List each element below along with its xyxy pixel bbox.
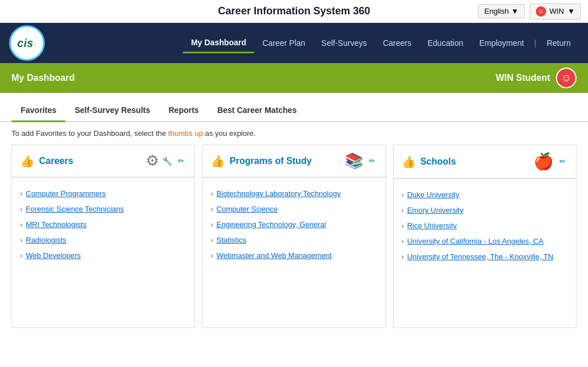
card-body-programs: › Biotechnology Laboratory Technology › …	[203, 178, 385, 271]
dashboard-header: My Dashboard WIN Student ☺	[0, 63, 588, 93]
career-link-radiologists[interactable]: Radiologists	[26, 236, 67, 244]
chevron-icon: ›	[20, 190, 22, 198]
chevron-icon: ›	[20, 252, 22, 260]
career-link-forensic-science-technicians[interactable]: Forensic Science Technicians	[26, 205, 124, 213]
nav-link-self-surveys[interactable]: Self-Surveys	[313, 34, 375, 52]
win-button[interactable]: ☺ WIN ▼	[529, 3, 581, 19]
card-programs: 👍 Programs of Study 📚 ✏ › Biotechnology …	[202, 145, 385, 328]
top-bar: Career Information System 360 English ▼ …	[0, 0, 588, 23]
chevron-icon: ›	[211, 236, 213, 244]
card-header-schools: 👍 Schools 🍎 ✏	[394, 145, 576, 179]
subtitle-text-before: To add Favorites to your Dashboard, sele…	[11, 129, 168, 138]
list-item: › Engineering Technology, General	[211, 217, 377, 232]
chevron-icon: ›	[20, 205, 22, 213]
books-icon-programs: 📚	[345, 152, 363, 170]
career-link-web-developers[interactable]: Web Developers	[26, 251, 81, 260]
edit-programs-button[interactable]: ✏	[367, 155, 377, 166]
list-item: › Biotechnology Laboratory Technology	[211, 186, 377, 201]
school-link-rice[interactable]: Rice University	[407, 221, 457, 230]
chevron-icon: ›	[402, 253, 404, 261]
chevron-icon: ›	[211, 252, 213, 260]
win-arrow-icon: ▼	[567, 7, 575, 15]
card-header-programs: 👍 Programs of Study 📚 ✏	[203, 145, 385, 178]
list-item: › University of Tennessee, The - Knoxvil…	[402, 249, 568, 264]
thumbs-up-careers-icon[interactable]: 👍	[20, 154, 34, 168]
program-link-statistics[interactable]: Statistics	[216, 236, 246, 244]
nav-link-employment[interactable]: Employment	[472, 34, 532, 52]
card-header-careers: 👍 Careers ⚙ 🔧 ✏	[12, 145, 194, 178]
list-item: › MRI Technologists	[20, 217, 186, 232]
card-header-left-schools: 👍 Schools	[402, 155, 456, 169]
chevron-icon: ›	[211, 205, 213, 213]
card-body-schools: › Duke University › Emory University › R…	[394, 179, 576, 272]
cards-area: 👍 Careers ⚙ 🔧 ✏ › Computer Programmers ›…	[0, 145, 588, 339]
nav-links: My Dashboard Career Plan Self-Surveys Ca…	[183, 33, 579, 53]
lang-arrow-icon: ▼	[511, 7, 519, 15]
nav-link-education[interactable]: Education	[419, 34, 471, 52]
list-item: › Forensic Science Technicians	[20, 201, 186, 217]
career-link-computer-programmers[interactable]: Computer Programmers	[26, 189, 106, 198]
chevron-icon: ›	[211, 221, 213, 229]
app-title: Career Information System 360	[110, 5, 478, 17]
thumbs-up-schools-icon[interactable]: 👍	[402, 155, 416, 169]
program-link-webmaster[interactable]: Webmaster and Web Management	[216, 251, 332, 260]
nav-link-dashboard[interactable]: My Dashboard	[183, 33, 254, 53]
cis-logo[interactable]: cis↑	[9, 25, 45, 61]
nav-separator: |	[532, 38, 539, 48]
school-link-ucla[interactable]: University of California - Los Angeles, …	[407, 237, 544, 245]
chevron-icon: ›	[402, 191, 404, 199]
win-label: WIN	[550, 7, 564, 15]
chevron-icon: ›	[20, 221, 22, 229]
card-schools: 👍 Schools 🍎 ✏ › Duke University › Emory …	[393, 145, 577, 328]
chevron-icon: ›	[211, 190, 213, 198]
tab-self-survey-results[interactable]: Self-Survey Results	[65, 101, 159, 122]
top-bar-right: English ▼ ☺ WIN ▼	[478, 3, 581, 19]
nav-link-careers[interactable]: Careers	[375, 34, 419, 52]
edit-schools-button[interactable]: ✏	[557, 156, 568, 167]
subtitle-highlight-thumbs: thumbs up	[168, 129, 203, 138]
chevron-icon: ›	[402, 206, 404, 214]
program-link-engineering-technology[interactable]: Engineering Technology, General	[216, 220, 326, 229]
card-header-left-programs: 👍 Programs of Study	[211, 154, 311, 168]
cis-arrow-icon: ↑	[33, 41, 37, 49]
school-link-tennessee[interactable]: University of Tennessee, The - Knoxville…	[407, 252, 554, 261]
card-careers: 👍 Careers ⚙ 🔧 ✏ › Computer Programmers ›…	[11, 145, 195, 328]
card-body-careers: › Computer Programmers › Forensic Scienc…	[12, 178, 194, 271]
tabs-bar: Favorites Self-Survey Results Reports Be…	[0, 93, 588, 122]
list-item: › Duke University	[402, 187, 568, 202]
language-button[interactable]: English ▼	[478, 4, 525, 18]
career-link-mri-technologists[interactable]: MRI Technologists	[26, 220, 87, 229]
list-item: › Radiologists	[20, 232, 186, 248]
cis-logo-text: cis↑	[17, 36, 37, 50]
program-link-computer-science[interactable]: Computer Science	[216, 205, 278, 213]
school-link-emory[interactable]: Emory University	[407, 206, 464, 214]
win-student-avatar-icon: ☺	[556, 68, 577, 88]
language-label: English	[484, 7, 509, 15]
dashboard-title: My Dashboard	[11, 73, 75, 83]
edit-careers-button[interactable]: ✏	[176, 155, 186, 166]
nav-link-return[interactable]: Return	[539, 34, 579, 52]
win-avatar-icon: ☺	[536, 6, 546, 17]
school-link-duke[interactable]: Duke University	[407, 190, 460, 199]
card-title-programs: Programs of Study	[229, 156, 311, 166]
nav-link-career-plan[interactable]: Career Plan	[254, 34, 313, 52]
gear-icon-careers: ⚙	[146, 152, 159, 170]
list-item: › Computer Programmers	[20, 186, 186, 201]
win-student-name: WIN Student	[496, 73, 550, 83]
subtitle-text-after: as you explore.	[205, 129, 255, 138]
program-link-biotechnology[interactable]: Biotechnology Laboratory Technology	[216, 189, 341, 198]
nav-bar: cis↑ My Dashboard Career Plan Self-Surve…	[0, 23, 588, 63]
card-header-left-careers: 👍 Careers	[20, 154, 73, 168]
card-title-schools: Schools	[420, 157, 456, 167]
card-title-careers: Careers	[39, 156, 73, 166]
list-item: › Computer Science	[211, 201, 377, 217]
list-item: › Rice University	[402, 218, 568, 233]
tab-best-career-matches[interactable]: Best Career Matches	[208, 101, 306, 122]
tab-reports[interactable]: Reports	[159, 101, 208, 122]
list-item: › University of California - Los Angeles…	[402, 233, 568, 249]
subtitle-bar: To add Favorites to your Dashboard, sele…	[0, 122, 588, 145]
apple-icon-schools: 🍎	[534, 152, 554, 171]
list-item: › Statistics	[211, 232, 377, 248]
tab-favorites[interactable]: Favorites	[11, 101, 65, 122]
thumbs-up-programs-icon[interactable]: 👍	[211, 154, 225, 168]
